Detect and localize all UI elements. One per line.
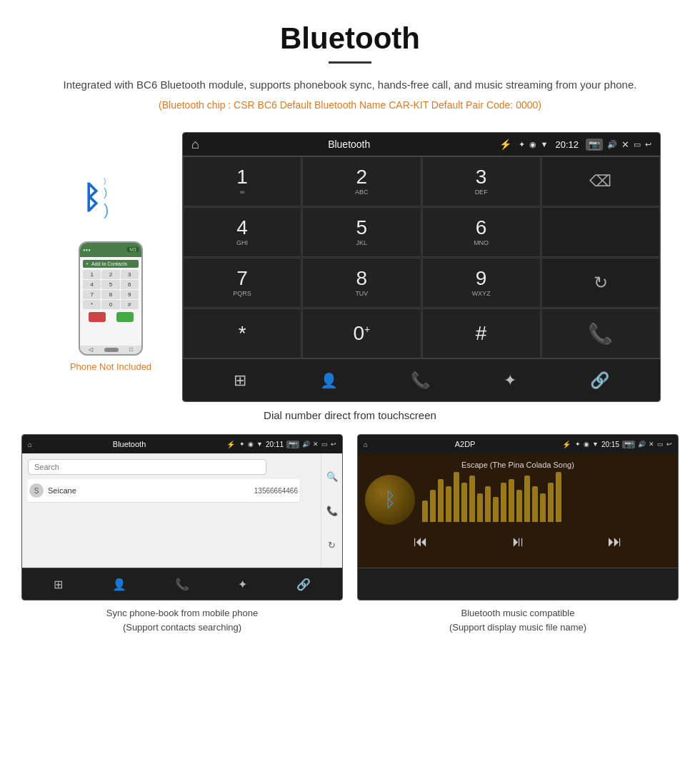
dial-key-3[interactable]: 3 DEF (422, 156, 541, 206)
phonebook-window-icon[interactable]: ▭ (321, 441, 328, 448)
music-window-icon[interactable]: ▭ (657, 441, 664, 448)
phonebook-content: S Seicane 13566664466 (22, 453, 321, 568)
phone-key-8[interactable]: 8 (101, 290, 119, 299)
main-caption: Dial number direct from touchscreen (0, 409, 700, 421)
call-icon: 📞 (588, 322, 613, 346)
phonebook-volume-icon[interactable]: 🔊 (302, 441, 310, 448)
phone-key-7[interactable]: 7 (83, 290, 101, 299)
music-main-area: ᛒ (365, 475, 671, 525)
music-controls: ⏮ ⏯ ⏭ (365, 531, 671, 553)
dial-sub-1: ∞ (240, 189, 244, 196)
music-equalizer (422, 475, 671, 525)
phone-key-3[interactable]: 3 (121, 270, 139, 279)
phonebook-content-area: S Seicane 13566664466 🔍 📞 ↻ (22, 453, 342, 568)
phonebook-usb-icon: ⚡ (226, 441, 235, 448)
page-title: Bluetooth (43, 21, 657, 56)
pb-nav-user[interactable]: 👤 (112, 578, 126, 591)
music-status-bar: ⌂ A2DP ⚡ ✦ ◉ ▼ 20:15 📷 🔊 ✕ ▭ ↩ (358, 435, 678, 453)
music-camera-icon[interactable]: 📷 (622, 441, 635, 448)
phonebook-sidebar-icons: 🔍 📞 ↻ (321, 453, 342, 568)
search-input[interactable] (28, 459, 266, 475)
phonebook-camera-icon[interactable]: 📷 (286, 441, 299, 448)
phonebook-time: 20:11 (266, 441, 284, 448)
nav-phone-icon[interactable]: 📞 (405, 366, 436, 396)
usb-icon: ⚡ (499, 139, 511, 150)
phone-not-included-label: Phone Not Included (70, 361, 151, 372)
call-sidebar-icon[interactable]: 📞 (326, 506, 338, 516)
phonebook-screen: ⌂ Bluetooth ⚡ ✦ ◉ ▼ 20:11 📷 🔊 ✕ ▭ ↩ (21, 434, 343, 600)
phone-key-2[interactable]: 2 (101, 270, 119, 279)
dial-key-hash[interactable]: # (422, 308, 541, 358)
pb-nav-dialpad[interactable]: ⊞ (54, 578, 63, 591)
music-home-icon[interactable]: ⌂ (364, 441, 368, 448)
contact-phone: 13566664466 (254, 487, 298, 495)
phone-keypad: 1 2 3 4 5 6 7 8 9 * 0 # (83, 270, 139, 309)
music-track-title: Escape (The Pina Colada Song) (461, 461, 574, 469)
music-volume-icon[interactable]: 🔊 (638, 441, 646, 448)
phone-key-star[interactable]: * (83, 300, 101, 309)
contact-initial: S (29, 483, 44, 498)
phonebook-signal-icon: ▼ (256, 441, 263, 448)
home-icon[interactable]: ⌂ (191, 137, 199, 152)
status-icons: ✦ ◉ ▼ 20:12 📷 🔊 ✕ ▭ ↩ (519, 139, 651, 151)
phonebook-back-icon[interactable]: ↩ (331, 441, 336, 448)
dial-key-1[interactable]: 1 ∞ (183, 156, 301, 206)
camera-icon[interactable]: 📷 (586, 139, 603, 151)
nav-link-icon[interactable]: 🔗 (584, 366, 615, 396)
next-track-icon[interactable]: ⏭ (608, 533, 622, 550)
nav-dialpad-icon[interactable]: ⊞ (228, 366, 252, 396)
backspace-icon: ⌫ (589, 172, 611, 191)
main-section: ᛒ ) ) ) ●●● M3 +Add to Contacts 1 2 (0, 132, 700, 402)
music-bt-icon: ✦ (575, 441, 581, 448)
phonebook-bt-icon: ✦ (239, 441, 245, 448)
window-icon[interactable]: ▭ (634, 140, 641, 149)
play-pause-icon[interactable]: ⏯ (511, 533, 525, 550)
phone-key-6[interactable]: 6 (121, 280, 139, 289)
pb-nav-phone[interactable]: 📞 (175, 578, 189, 591)
music-screen-item: ⌂ A2DP ⚡ ✦ ◉ ▼ 20:15 📷 🔊 ✕ ▭ ↩ Escape (T… (357, 434, 679, 634)
nav-bt-icon[interactable]: ✦ (498, 366, 522, 396)
page-description: Integrated with BC6 Bluetooth module, su… (43, 76, 657, 94)
phonebook-close-icon[interactable]: ✕ (313, 441, 319, 448)
close-icon[interactable]: ✕ (621, 139, 629, 150)
dial-key-9[interactable]: 9 WXYZ (422, 258, 541, 308)
prev-track-icon[interactable]: ⏮ (414, 533, 428, 550)
dial-key-8[interactable]: 8 TUV (302, 258, 421, 308)
phone-key-5[interactable]: 5 (101, 280, 119, 289)
dial-key-6[interactable]: 6 MNO (422, 207, 541, 257)
phone-key-0[interactable]: 0 (101, 300, 119, 309)
dial-key-7[interactable]: 7 PQRS (183, 258, 301, 308)
status-time: 20:12 (555, 139, 579, 150)
sync-sidebar-icon[interactable]: ↻ (328, 540, 336, 551)
phone-key-1[interactable]: 1 (83, 270, 101, 279)
bt-status-icon: ✦ (519, 140, 525, 149)
dial-key-star[interactable]: * (183, 308, 301, 358)
call-button[interactable]: 📞 (541, 308, 660, 358)
dial-row2-empty (541, 207, 660, 257)
search-sidebar-icon[interactable]: 🔍 (326, 471, 338, 482)
bluetooth-specs: (Bluetooth chip : CSR BC6 Default Blueto… (43, 99, 657, 111)
phone-key-9[interactable]: 9 (121, 290, 139, 299)
pb-nav-link[interactable]: 🔗 (296, 578, 311, 591)
music-back-icon[interactable]: ↩ (666, 441, 672, 448)
nav-contacts-icon[interactable]: 👤 (314, 366, 344, 395)
dial-redial[interactable]: ↻ (541, 258, 660, 308)
phone-key-hash[interactable]: # (121, 300, 139, 309)
phone-screen: +Add to Contacts 1 2 3 4 5 6 7 8 9 * 0 # (80, 257, 141, 346)
back-icon[interactable]: ↩ (645, 140, 651, 149)
dial-key-2[interactable]: 2 ABC (302, 156, 421, 206)
dial-key-5[interactable]: 5 JKL (302, 207, 421, 257)
music-screen: ⌂ A2DP ⚡ ✦ ◉ ▼ 20:15 📷 🔊 ✕ ▭ ↩ Escape (T… (357, 434, 679, 600)
phone-key-4[interactable]: 4 (83, 280, 101, 289)
redial-icon: ↻ (594, 273, 608, 293)
music-close-icon[interactable]: ✕ (649, 441, 654, 448)
pb-nav-bt[interactable]: ✦ (238, 578, 247, 591)
dial-display-backspace[interactable]: ⌫ (541, 156, 660, 206)
music-screen-title: A2DP (372, 440, 558, 448)
dial-key-4[interactable]: 4 GHI (183, 207, 301, 257)
dial-key-0[interactable]: 0+ (302, 308, 421, 358)
contact-row[interactable]: S Seicane 13566664466 (28, 479, 299, 503)
phonebook-home-icon[interactable]: ⌂ (28, 441, 32, 448)
volume-icon[interactable]: 🔊 (607, 140, 617, 149)
phone-top-bar: ●●● M3 (80, 243, 141, 257)
